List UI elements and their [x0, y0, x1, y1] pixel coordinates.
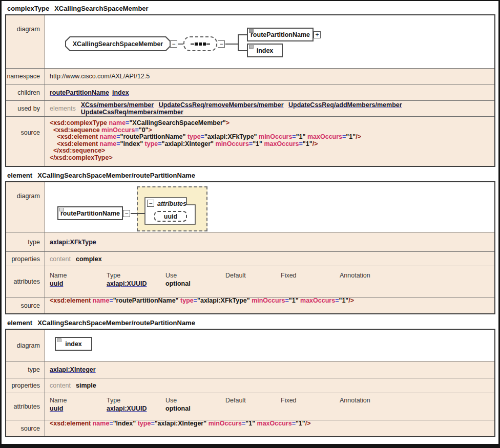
- diagram-attribute-uuid[interactable]: uuid: [154, 211, 187, 222]
- attr-annotation-value: [340, 405, 494, 412]
- attr-header-name: Name: [50, 272, 107, 279]
- attr-header-name: Name: [50, 397, 107, 404]
- row-label-children: children: [6, 84, 45, 100]
- section3-title: elementXCallingSearchSpaceMember/routePa…: [7, 319, 495, 327]
- row-label-type: type: [6, 232, 45, 251]
- used-by-prefix: elements: [50, 105, 76, 112]
- attributes-cell: Name Type Use Default Fixed Annotation u…: [45, 266, 494, 297]
- plus-glyph: +: [315, 32, 319, 38]
- namespace-value: http://www.cisco.com/AXL/API/12.5: [45, 69, 494, 84]
- attr-header-type: Type: [107, 272, 165, 279]
- row-label-source: source: [6, 117, 45, 166]
- doc-link[interactable]: UpdateCssReq/removeMembers/member: [159, 101, 284, 109]
- section3-title-kind: element: [7, 319, 32, 327]
- doc-link[interactable]: UpdateCssReq/members/member: [81, 109, 183, 116]
- attr-annotation-value: [340, 280, 494, 287]
- row-label-source: source: [6, 420, 45, 436]
- row-label-source: source: [6, 297, 45, 313]
- doc-link[interactable]: XCss/members/member: [81, 101, 154, 109]
- source-code: <xsd:complexType name="XCallingSearchSpa…: [45, 117, 361, 165]
- schema-doc-page: complexTypeXCallingSearchSpaceMember dia…: [0, 0, 500, 448]
- diagram-element-index[interactable]: index: [55, 337, 92, 351]
- attributes-cell: Name Type Use Default Fixed Annotation u…: [45, 393, 494, 420]
- branch-line: [238, 34, 239, 51]
- section1-title-name: XCallingSearchSpaceMember: [54, 5, 149, 12]
- attr-header-use: Use: [165, 272, 225, 279]
- source-code: <xsd:element name="Index" type="axlapi:X…: [45, 420, 311, 428]
- used-by-cell: elements XCss/members/member UpdateCssRe…: [45, 101, 494, 116]
- attr-name-link[interactable]: uuid: [50, 405, 63, 412]
- connector-line: [238, 34, 247, 35]
- type-link[interactable]: axlapi:XInteger: [50, 366, 96, 373]
- attr-type-link[interactable]: axlapi:XUUID: [107, 280, 147, 287]
- minus-glyph: −: [149, 200, 152, 206]
- element-index-table: diagram index type axlapi:XInteger prope…: [5, 329, 495, 437]
- diagram-cell-index: index: [45, 330, 494, 361]
- section3-title-name: XCallingSearchSpaceMember/routePartition…: [37, 319, 195, 327]
- section2-title: elementXCallingSearchSpaceMember/routePa…: [7, 172, 495, 179]
- attribute-box-label: uuid: [164, 213, 177, 220]
- attr-header-default: Default: [225, 397, 281, 404]
- expand-icon-routepartitionname[interactable]: +: [314, 31, 321, 38]
- type-cell: axlapi:XInteger: [45, 361, 494, 378]
- row-label-used-by: used by: [6, 101, 45, 116]
- diagram-element-routepartitionname[interactable]: routePartitionName: [57, 206, 123, 220]
- attr-fixed-value: [281, 405, 340, 412]
- element-marker-icon: [249, 29, 254, 33]
- row-label-attributes: attributes: [6, 393, 45, 420]
- attr-header-fixed: Fixed: [281, 397, 340, 404]
- collapse-icon-root[interactable]: −: [170, 40, 177, 48]
- used-by-links: XCss/members/member UpdateCssReq/removeM…: [81, 101, 494, 116]
- attr-fixed-value: [281, 280, 340, 287]
- element-box-label: routePartitionName: [251, 31, 310, 38]
- diagram-element-routepartitionname[interactable]: routePartitionName: [247, 28, 314, 41]
- row-label-diagram: diagram: [6, 15, 45, 68]
- row-label-diagram: diagram: [6, 182, 45, 232]
- collapse-icon-element[interactable]: −: [123, 210, 130, 217]
- section1-title: complexTypeXCallingSearchSpaceMember: [7, 5, 495, 12]
- diagram-element-index[interactable]: index: [247, 44, 283, 57]
- element-marker-icon: [249, 45, 254, 49]
- attr-header-annotation: Annotation: [340, 272, 494, 279]
- element-box-label: index: [65, 340, 82, 348]
- element-marker-icon: [57, 338, 61, 342]
- minus-glyph: −: [124, 210, 128, 217]
- connector-line: [225, 44, 238, 45]
- type-cell: axlapi:XFkType: [45, 232, 494, 251]
- element-box-label: index: [257, 47, 274, 54]
- doc-link[interactable]: UpdateCssReq/addMembers/member: [288, 101, 402, 109]
- connector-line: [131, 213, 145, 214]
- attr-header-annotation: Annotation: [340, 397, 494, 404]
- element-box-label: routePartitionName: [60, 210, 120, 217]
- row-label-type: type: [6, 361, 45, 378]
- type-link[interactable]: axlapi:XFkType: [50, 239, 96, 246]
- attr-type-link[interactable]: axlapi:XUUID: [107, 405, 147, 412]
- properties-cell: content simple: [45, 378, 494, 393]
- source-cell-routepartitionname: <xsd:element name="routePartitionName" t…: [45, 297, 494, 313]
- collapse-icon-sequence[interactable]: −: [218, 40, 225, 48]
- connector-line: [238, 50, 247, 51]
- row-label-namespace: namespace: [6, 69, 45, 84]
- element-routepartitionname-table: diagram axlapi:XFkType routePartitionNam…: [5, 181, 495, 314]
- row-label-attributes: attributes: [6, 266, 45, 297]
- attr-name-link[interactable]: uuid: [50, 280, 63, 287]
- sequence-indicator-icon: [183, 36, 217, 51]
- complextype-root-shape: XCallingSearchSpaceMember: [65, 36, 171, 51]
- row-label-diagram: diagram: [6, 330, 45, 361]
- property-key: content: [50, 255, 71, 263]
- doc-link[interactable]: routePartitionName: [50, 89, 109, 96]
- diagram-cell-complextype: XCallingSearchSpaceMember − −: [45, 15, 494, 68]
- property-key: content: [50, 382, 71, 389]
- attr-header-fixed: Fixed: [281, 272, 340, 279]
- collapse-icon-attributes[interactable]: −: [147, 200, 154, 207]
- doc-link[interactable]: index: [112, 89, 129, 96]
- diagram-cell-routepartitionname: axlapi:XFkType routePartitionName − − at…: [45, 182, 494, 232]
- complextype-table: diagram XCallingSearchSpaceMember − −: [5, 14, 495, 167]
- attr-use-value: optional: [165, 280, 225, 287]
- attr-use-value: optional: [165, 405, 225, 412]
- children-links: routePartitionName index: [45, 84, 494, 100]
- minus-glyph: −: [219, 41, 223, 47]
- section2-title-name: XCallingSearchSpaceMember/routePartition…: [37, 172, 195, 179]
- dashed-connector: [178, 44, 183, 45]
- property-value: complex: [76, 255, 102, 263]
